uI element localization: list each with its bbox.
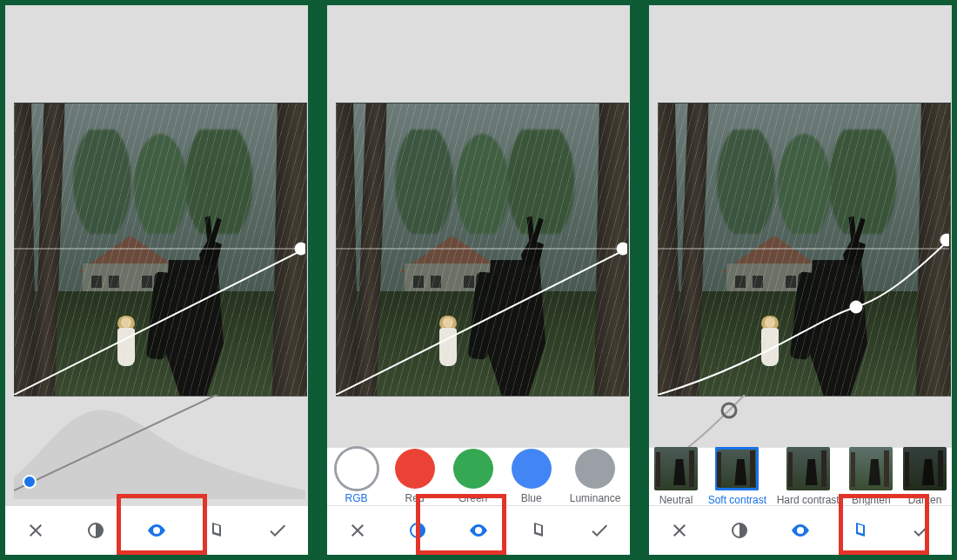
close-button[interactable] xyxy=(335,511,380,550)
close-button[interactable] xyxy=(657,511,702,550)
presets-button[interactable] xyxy=(839,511,884,550)
close-button[interactable] xyxy=(13,511,58,550)
histogram[interactable] xyxy=(14,395,305,499)
canvas-area[interactable] xyxy=(649,5,952,447)
visibility-icon xyxy=(790,520,811,541)
swatch-rgb xyxy=(337,449,377,489)
screen-channel-picker: RGB Red Green Blue Luminance xyxy=(322,0,635,560)
channel-label: Red xyxy=(405,492,425,504)
channel-label: Blue xyxy=(521,492,542,504)
swatch-red xyxy=(395,449,435,489)
visibility-button[interactable] xyxy=(778,511,823,550)
preset-label: Hard contrast xyxy=(777,494,840,506)
channel-red[interactable]: Red xyxy=(395,449,435,504)
close-icon xyxy=(669,520,690,541)
channel-green[interactable]: Green xyxy=(453,449,493,504)
presets-button[interactable] xyxy=(517,511,562,550)
channel-rgb[interactable]: RGB xyxy=(337,449,377,504)
screen-curves-linear xyxy=(0,0,313,560)
swatch-green xyxy=(453,449,493,489)
bottom-toolbar xyxy=(649,505,952,555)
svg-point-16 xyxy=(799,529,802,532)
preset-thumb xyxy=(849,447,893,490)
svg-point-3 xyxy=(23,476,36,488)
bottom-toolbar xyxy=(5,505,308,555)
screen-preset-picker: Neutral Soft contrast Hard contrast Brig… xyxy=(644,0,957,560)
close-icon xyxy=(25,520,46,541)
channel-button[interactable] xyxy=(73,511,118,550)
preset-thumb xyxy=(715,447,759,490)
image-preview[interactable] xyxy=(14,103,307,397)
channel-label: Green xyxy=(458,492,487,504)
preset-row: Neutral Soft contrast Hard contrast Brig… xyxy=(649,447,952,505)
visibility-button[interactable] xyxy=(456,511,501,550)
preset-label: Soft contrast xyxy=(708,494,766,506)
preset-label: Neutral xyxy=(659,494,693,506)
preset-label: Brighten xyxy=(852,494,891,506)
preset-hard-contrast[interactable]: Hard contrast xyxy=(777,447,840,506)
bottom-toolbar xyxy=(327,505,630,555)
confirm-icon xyxy=(267,520,288,541)
preset-thumb xyxy=(903,447,947,490)
image-preview[interactable] xyxy=(336,103,629,397)
preset-soft-contrast[interactable]: Soft contrast xyxy=(708,447,766,506)
preset-brighten[interactable]: Brighten xyxy=(849,447,893,506)
image-preview[interactable] xyxy=(658,103,951,397)
preset-label: Darken xyxy=(908,494,942,506)
confirm-button[interactable] xyxy=(255,511,300,550)
channel-button[interactable] xyxy=(717,511,762,550)
preset-darken[interactable]: Darken xyxy=(903,447,947,506)
svg-point-14 xyxy=(722,403,736,417)
svg-point-10 xyxy=(477,529,480,532)
channel-luminance[interactable]: Luminance xyxy=(570,449,621,504)
confirm-button[interactable] xyxy=(899,511,944,550)
visibility-button[interactable] xyxy=(134,511,179,550)
presets-icon xyxy=(529,520,550,541)
channel-button[interactable] xyxy=(395,511,440,550)
visibility-icon xyxy=(146,520,167,541)
canvas-area[interactable] xyxy=(5,5,308,505)
presets-icon xyxy=(207,520,228,541)
preset-thumb xyxy=(786,447,830,490)
channel-row: RGB Red Green Blue Luminance xyxy=(327,447,630,505)
presets-button[interactable] xyxy=(195,511,240,550)
channel-label: RGB xyxy=(345,492,368,504)
channel-icon xyxy=(85,520,106,541)
channel-blue[interactable]: Blue xyxy=(512,449,552,504)
channel-icon xyxy=(407,520,428,541)
preset-neutral[interactable]: Neutral xyxy=(654,447,698,506)
svg-point-5 xyxy=(155,529,158,532)
channel-label: Luminance xyxy=(570,492,621,504)
preset-thumb xyxy=(654,447,698,490)
close-icon xyxy=(347,520,368,541)
visibility-icon xyxy=(468,520,489,541)
channel-icon xyxy=(729,520,750,541)
swatch-blue xyxy=(512,449,552,489)
confirm-icon xyxy=(911,520,932,541)
swatch-luminance xyxy=(575,449,615,489)
presets-icon xyxy=(851,520,872,541)
confirm-icon xyxy=(589,520,610,541)
canvas-area[interactable] xyxy=(327,5,630,447)
confirm-button[interactable] xyxy=(577,511,622,550)
